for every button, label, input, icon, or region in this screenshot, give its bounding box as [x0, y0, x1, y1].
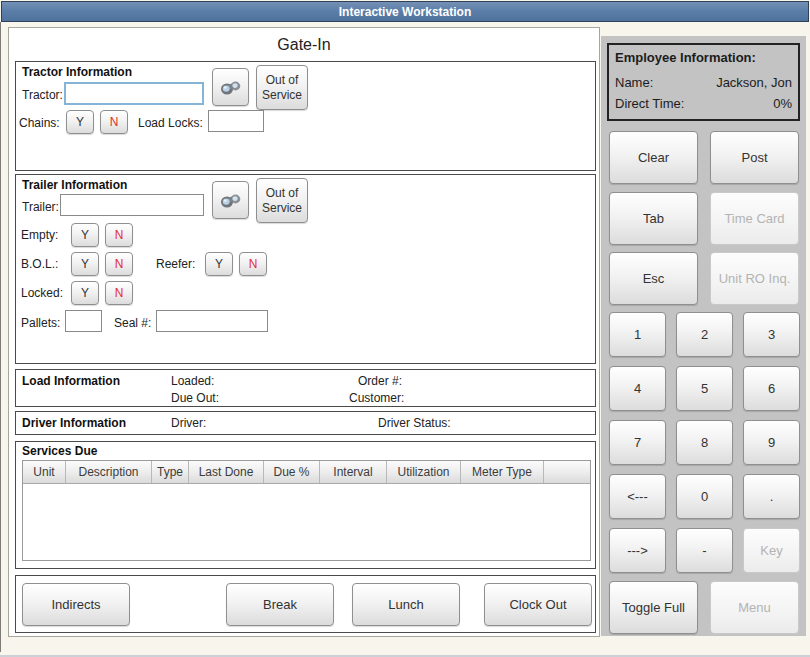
title-bar: Interactive Workstation [1, 1, 809, 22]
clear-button[interactable]: Clear [609, 131, 698, 184]
tab-button[interactable]: Tab [609, 192, 698, 245]
decimal-button[interactable]: . [743, 474, 800, 519]
num-9-button[interactable]: 9 [743, 420, 800, 465]
employee-name-value: Jackson, Jon [716, 75, 792, 90]
minus-button[interactable]: - [676, 528, 733, 573]
num-1-button[interactable]: 1 [609, 312, 666, 357]
driver-status-label: Driver Status: [378, 416, 451, 430]
toggle-full-button[interactable]: Toggle Full [609, 581, 698, 634]
tractor-out-of-service-button[interactable]: Out of Service [256, 65, 308, 110]
locked-yes-button[interactable]: Y [71, 281, 99, 305]
col-header-meter-type[interactable]: Meter Type [461, 461, 544, 483]
col-header-interval[interactable]: Interval [320, 461, 387, 483]
bol-label: B.O.L.: [21, 257, 58, 271]
num-8-button[interactable]: 8 [676, 420, 733, 465]
empty-label: Empty: [21, 228, 58, 242]
backspace-button[interactable]: <--- [609, 474, 666, 519]
reefer-label: Reefer: [156, 257, 195, 271]
time-card-button: Time Card [710, 192, 799, 245]
services-table-header: Unit Description Type Last Done Due % In… [23, 461, 590, 484]
col-header-description[interactable]: Description [66, 461, 152, 483]
clock-out-button[interactable]: Clock Out [484, 583, 592, 626]
pallets-label: Pallets: [21, 316, 60, 330]
window-left-border [0, 22, 1, 652]
key-button: Key [743, 528, 800, 573]
tractor-label: Tractor: [22, 88, 63, 102]
due-out-label: Due Out: [171, 391, 219, 405]
pallets-input[interactable] [65, 310, 102, 332]
chains-label: Chains: [19, 116, 60, 130]
trailer-search-button[interactable] [212, 181, 249, 219]
seal-input[interactable] [156, 310, 268, 332]
chains-yes-button[interactable]: Y [66, 110, 94, 134]
esc-button[interactable]: Esc [609, 252, 698, 305]
trailer-section: Trailer Information Trailer: Out of Serv… [15, 174, 596, 364]
binoculars-icon [219, 77, 243, 97]
tractor-search-button[interactable] [212, 68, 249, 106]
direct-time-label: Direct Time: [615, 96, 684, 111]
order-label: Order #: [358, 374, 402, 388]
forward-button[interactable]: ---> [609, 528, 666, 573]
seal-label: Seal #: [114, 316, 151, 330]
col-header-filler [544, 461, 590, 483]
num-3-button[interactable]: 3 [743, 312, 800, 357]
tractor-section-title: Tractor Information [22, 65, 132, 79]
page-title: Gate-In [9, 36, 599, 54]
empty-yes-button[interactable]: Y [71, 223, 99, 247]
col-header-type[interactable]: Type [152, 461, 189, 483]
driver-info-section: Driver Information Driver: Driver Status… [15, 411, 596, 435]
services-due-section: Services Due Unit Description Type Last … [15, 441, 596, 569]
col-header-unit[interactable]: Unit [23, 461, 66, 483]
locked-no-button[interactable]: N [105, 281, 133, 305]
bol-no-button[interactable]: N [105, 252, 133, 276]
num-4-button[interactable]: 4 [609, 366, 666, 411]
empty-no-button[interactable]: N [105, 223, 133, 247]
load-locks-input[interactable] [208, 110, 264, 132]
binoculars-icon [219, 190, 243, 210]
employee-name-label: Name: [615, 75, 653, 90]
services-due-title: Services Due [22, 444, 97, 458]
num-7-button[interactable]: 7 [609, 420, 666, 465]
loaded-label: Loaded: [171, 374, 214, 388]
driver-info-title: Driver Information [22, 416, 126, 430]
trailer-section-title: Trailer Information [22, 178, 127, 192]
direct-time-value: 0% [773, 96, 792, 111]
chains-no-button[interactable]: N [100, 110, 128, 134]
main-panel: Gate-In Tractor Information Tractor: Out… [8, 27, 600, 637]
trailer-label: Trailer: [22, 200, 59, 214]
employee-info-title: Employee Information: [615, 50, 756, 65]
col-header-due-pct[interactable]: Due % [264, 461, 320, 483]
window-title: Interactive Workstation [339, 5, 471, 19]
num-0-button[interactable]: 0 [676, 474, 733, 519]
num-6-button[interactable]: 6 [743, 366, 800, 411]
post-button[interactable]: Post [710, 131, 799, 184]
keypad-panel: Employee Information: Name: Jackson, Jon… [601, 36, 806, 636]
load-info-title: Load Information [22, 374, 120, 388]
tractor-section: Tractor Information Tractor: Out of Serv… [15, 61, 596, 171]
employee-info-box: Employee Information: Name: Jackson, Jon… [607, 43, 800, 121]
locked-label: Locked: [21, 286, 63, 300]
reefer-no-button[interactable]: N [239, 252, 267, 276]
num-2-button[interactable]: 2 [676, 312, 733, 357]
col-header-utilization[interactable]: Utilization [387, 461, 461, 483]
unit-ro-inq-button: Unit RO Inq. [710, 252, 799, 305]
services-table-body [23, 484, 590, 560]
bol-yes-button[interactable]: Y [71, 252, 99, 276]
break-button[interactable]: Break [226, 583, 334, 626]
tractor-input[interactable] [64, 82, 204, 105]
num-5-button[interactable]: 5 [676, 366, 733, 411]
bottom-actions-bar: Indirects Break Lunch Clock Out [15, 575, 596, 633]
reefer-yes-button[interactable]: Y [205, 252, 233, 276]
trailer-out-of-service-button[interactable]: Out of Service [256, 178, 308, 223]
load-info-section: Load Information Loaded: Order #: Due Ou… [15, 369, 596, 407]
menu-button: Menu [710, 581, 799, 634]
customer-label: Customer: [349, 391, 404, 405]
lunch-button[interactable]: Lunch [352, 583, 460, 626]
services-due-table: Unit Description Type Last Done Due % In… [22, 460, 591, 561]
driver-label: Driver: [171, 416, 206, 430]
load-locks-label: Load Locks: [138, 116, 203, 130]
indirects-button[interactable]: Indirects [22, 583, 130, 626]
col-header-last-done[interactable]: Last Done [189, 461, 264, 483]
trailer-input[interactable] [60, 194, 204, 216]
